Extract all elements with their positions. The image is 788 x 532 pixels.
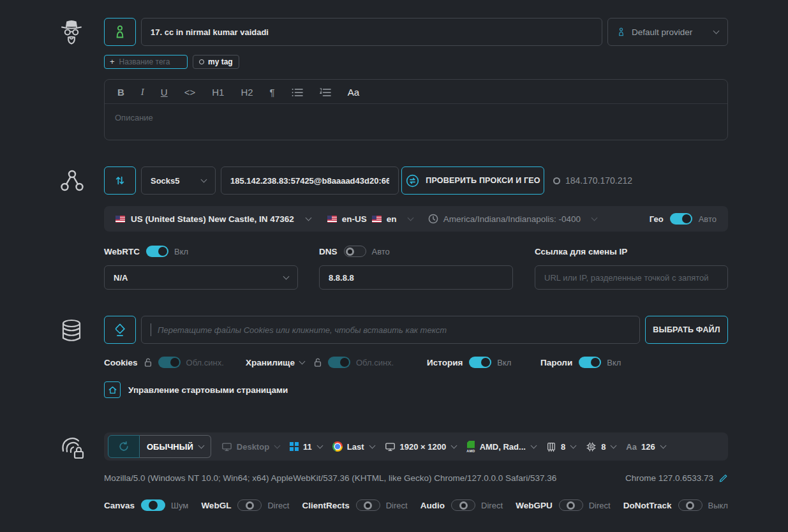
cookies-sync-group: Cookies Обл.синх. xyxy=(104,357,232,368)
choose-file-button[interactable]: ВЫБРАТЬ ФАЙЛ xyxy=(645,316,728,344)
tag-chip-label: my tag xyxy=(208,57,233,66)
cookies-drop-input[interactable]: Перетащите файлы Cookies или кликните, ч… xyxy=(141,316,640,344)
text-cursor xyxy=(151,323,151,336)
external-ip-value: 184.170.170.212 xyxy=(565,175,632,186)
ram-dropdown[interactable]: 8 xyxy=(586,441,616,452)
amd-icon: AMD xyxy=(466,441,475,453)
fonts-value: 126 xyxy=(641,442,655,452)
locale-dropdown[interactable]: en-US en xyxy=(327,214,413,224)
pencil-edit-icon[interactable] xyxy=(718,473,728,483)
browser-build-value: Chrome 127.0.6533.73 xyxy=(625,473,713,483)
canvas-group: Canvas Шум xyxy=(104,499,188,511)
webgpu-group: WebGPU Direct xyxy=(516,499,610,511)
tag-add-input[interactable]: + Название тега xyxy=(104,55,188,69)
chevron-down-icon[interactable] xyxy=(299,358,306,364)
chevron-down-icon xyxy=(591,214,598,221)
change-ip-input[interactable] xyxy=(535,265,728,290)
storage-sync-toggle[interactable] xyxy=(328,357,350,368)
webrtc-label: WebRTC xyxy=(104,247,140,256)
chevron-down-icon xyxy=(407,214,413,221)
check-proxy-button[interactable]: ПРОВЕРИТЬ ПРОКСИ И ГЕО xyxy=(401,166,544,195)
gpu-dropdown[interactable]: AMD AMD, Rad... xyxy=(466,441,536,453)
donottrack-group: DoNotTrack Выкл xyxy=(623,499,728,511)
font-size-button[interactable]: Aa xyxy=(348,87,359,97)
italic-button[interactable]: I xyxy=(141,87,144,97)
ram-chip-icon xyxy=(546,441,556,452)
clientrects-toggle[interactable] xyxy=(356,499,380,511)
fonts-dropdown[interactable]: Aa 126 xyxy=(626,442,665,452)
refresh-icon xyxy=(117,440,130,453)
plus-icon: + xyxy=(110,57,115,66)
change-ip-label: Ссылка для смены IP xyxy=(535,247,627,256)
storage-sync-group: Хранилище Обл.синх. xyxy=(246,357,412,368)
webrtc-value-dropdown[interactable]: N/A xyxy=(104,265,298,290)
cookies-label: Cookies xyxy=(104,358,138,367)
regenerate-fingerprint-button[interactable] xyxy=(108,435,140,458)
description-editor[interactable]: B I U <> H1 H2 ¶ xyxy=(104,79,728,140)
browser-version-dropdown[interactable]: Last xyxy=(332,441,375,452)
audio-toggle[interactable] xyxy=(451,499,475,511)
donottrack-toggle[interactable] xyxy=(678,499,703,511)
fingerprint-section: ОБЫЧНЫЙ Desktop 11 Las xyxy=(0,432,788,511)
external-ip: 184.170.170.212 xyxy=(553,175,632,186)
fingerprint-lock-icon xyxy=(59,434,87,511)
clear-cookies-button[interactable] xyxy=(104,316,136,344)
cookies-sync-toggle[interactable] xyxy=(158,357,181,368)
os-version-dropdown[interactable]: 11 xyxy=(290,442,322,452)
chevron-down-icon xyxy=(660,442,666,448)
chevron-down-icon xyxy=(570,442,577,448)
platform-value: Desktop xyxy=(237,442,269,452)
clock-icon xyxy=(428,214,438,224)
underline-button[interactable]: U xyxy=(161,87,168,97)
passwords-toggle[interactable] xyxy=(579,357,601,368)
ordered-list-button[interactable] xyxy=(320,88,331,97)
dns-state: Авто xyxy=(372,247,390,256)
timezone-dropdown[interactable]: America/Indiana/Indianapolis: -0400 xyxy=(428,214,597,224)
resolution-dropdown[interactable]: 1920 × 1200 xyxy=(385,442,457,452)
description-placeholder: Описание xyxy=(105,104,727,131)
swap-arrows-icon xyxy=(114,174,126,187)
audio-label: Audio xyxy=(420,501,445,510)
platform-dropdown[interactable]: Desktop xyxy=(221,442,279,452)
bold-button[interactable]: B xyxy=(117,87,124,97)
start-pages-label: Управление стартовыми страницами xyxy=(128,385,288,395)
proxy-section: Socks5 ПРОВЕРИТЬ ПРОКСИ И ГЕО 184.170.17… xyxy=(0,166,788,290)
provider-dropdown[interactable]: Default provider xyxy=(607,18,728,46)
h2-button[interactable]: H2 xyxy=(241,87,253,97)
webgpu-toggle[interactable] xyxy=(559,499,583,511)
webrtc-toggle[interactable] xyxy=(146,246,168,257)
h1-button[interactable]: H1 xyxy=(212,87,224,97)
tag-input-placeholder: Название тега xyxy=(119,57,170,66)
chevron-down-icon xyxy=(369,442,375,448)
profile-name-input[interactable] xyxy=(141,18,602,46)
chevron-down-icon xyxy=(274,442,281,448)
start-pages-button[interactable] xyxy=(104,381,121,398)
fingerprint-mode-dropdown[interactable]: ОБЫЧНЫЙ xyxy=(140,435,211,458)
lock-open-icon[interactable] xyxy=(144,357,152,367)
proxy-type-dropdown[interactable]: Socks5 xyxy=(141,166,216,195)
canvas-state: Шум xyxy=(171,501,188,510)
code-button[interactable]: <> xyxy=(184,87,196,97)
check-proxy-label: ПРОВЕРИТЬ ПРОКСИ И ГЕО xyxy=(426,176,540,185)
cookies-drop-placeholder: Перетащите файлы Cookies или кликните, ч… xyxy=(158,325,447,335)
cpu-chip-icon xyxy=(586,441,597,452)
proxy-toggle-button[interactable] xyxy=(104,166,136,195)
bullet-list-button[interactable] xyxy=(292,88,303,97)
geo-location-dropdown[interactable]: US (United States) New Castle, IN 47362 xyxy=(115,214,311,224)
dns-input[interactable] xyxy=(319,265,513,290)
canvas-toggle[interactable] xyxy=(141,499,165,511)
proxy-address-input[interactable] xyxy=(221,166,399,195)
paragraph-button[interactable]: ¶ xyxy=(270,87,275,97)
proxy-network-icon xyxy=(59,168,85,290)
webrtc-value: N/A xyxy=(114,273,128,283)
profile-gender-button[interactable] xyxy=(104,18,136,46)
dns-toggle[interactable] xyxy=(344,246,366,257)
tag-chip[interactable]: my tag xyxy=(193,55,239,69)
passwords-label: Пароли xyxy=(540,358,572,367)
geo-toggle[interactable] xyxy=(670,213,692,225)
us-flag-icon xyxy=(115,216,125,223)
webgl-toggle[interactable] xyxy=(237,499,262,511)
cpu-cores-dropdown[interactable]: 8 xyxy=(546,441,576,452)
history-toggle[interactable] xyxy=(469,357,491,368)
lock-open-icon[interactable] xyxy=(313,357,322,367)
